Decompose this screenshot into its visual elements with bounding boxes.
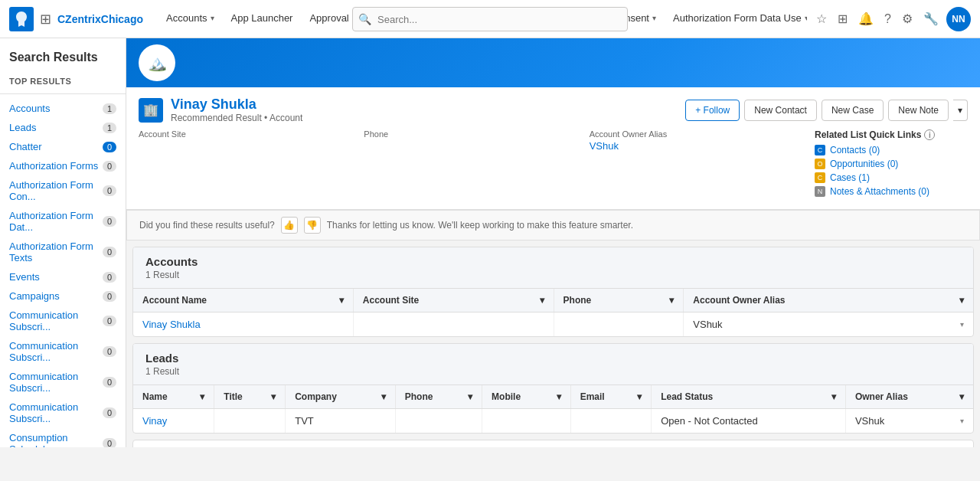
star-icon[interactable]: ☆ [813,8,830,29]
lead-company-column[interactable]: Company ▾ [286,385,396,409]
related-list-item-notes[interactable]: N Notes & Attachments (0) [815,186,968,197]
cases-icon: C [815,172,825,183]
lead-title-column[interactable]: Title ▾ [214,385,286,409]
account-phone-column[interactable]: Phone ▾ [554,289,684,312]
owner-alias-value[interactable]: VShuk [590,140,796,152]
actions-dropdown-button[interactable]: ▾ [953,100,968,121]
accounts-section-title: Accounts [145,255,961,268]
sidebar-item-leads[interactable]: Leads 1 [0,118,126,137]
lead-name-column[interactable]: Name ▾ [133,385,214,409]
sidebar: Search Results Top Results Accounts 1 Le… [0,38,126,447]
related-list-item-cases[interactable]: C Cases (1) [815,172,968,183]
phone-field: Phone [364,129,570,200]
accounts-section: Accounts 1 Result Account Name ▾ [132,247,974,337]
follow-button[interactable]: + Follow [685,100,740,121]
account-site-label: Account Site [139,129,345,139]
phone-label: Phone [364,129,570,139]
result-name[interactable]: Vinay Shukla [171,97,302,113]
account-phone-cell [554,312,684,337]
sidebar-item-consumption-schedules[interactable]: Consumption Schedules 0 [0,428,126,447]
search-container: 🔍 [352,7,628,31]
result-fields: Account Site Phone Account Owner Alias V… [139,129,968,200]
result-name-area: Vinay Shukla Recommended Result • Accoun… [171,97,302,123]
lead-company-cell: TVT [286,409,396,434]
account-row-action[interactable]: ▾ [960,320,964,329]
account-name-link[interactable]: Vinay Shukla [142,319,201,330]
org-name[interactable]: CZentrixChicago [57,13,143,25]
lead-owner-sort-icon: ▾ [959,391,964,402]
search-input[interactable] [352,7,628,31]
setup-icon[interactable]: 🔧 [920,8,942,29]
new-contact-button[interactable]: New Contact [744,100,817,121]
thumbs-down-button[interactable]: 👎 [304,217,321,234]
account-owner-cell: VShuk ▾ [684,312,973,337]
sidebar-item-accounts[interactable]: Accounts 1 [0,99,126,118]
lead-email-column[interactable]: Email ▾ [570,385,652,409]
sidebar-item-comm-sub-1[interactable]: Communication Subscri... 0 [0,306,126,336]
sidebar-item-comm-sub-4[interactable]: Communication Subscri... 0 [0,398,126,428]
settings-icon[interactable]: ⚙ [899,8,916,29]
grid-icon[interactable]: ⊞ [40,11,51,28]
dont-see-card: 🧑‍🦱 Don't see your result? [132,440,974,447]
account-site-cell [353,312,554,337]
account-site-sort-icon: ▾ [540,295,544,306]
nav-accounts[interactable]: Accounts ▾ [158,2,221,36]
nav-app-launcher[interactable]: App Launcher [224,2,301,36]
grid2-icon[interactable]: ⊞ [835,8,851,29]
leads-section: Leads 1 Result Name ▾ Titl [132,343,974,434]
sidebar-item-auth-form-con[interactable]: Authorization Form Con... 0 [0,175,126,206]
result-subtitle: Recommended Result • Account [171,113,302,123]
search-icon: 🔍 [358,13,371,25]
thumbs-up-button[interactable]: 👍 [281,217,298,234]
leads-table: Name ▾ Title ▾ Company [133,385,973,433]
leads-section-count: 1 Result [145,366,961,377]
lead-company-sort-icon: ▾ [381,391,386,402]
owner-alias-label: Account Owner Alias [590,129,796,139]
main-layout: Search Results Top Results Accounts 1 Le… [0,38,980,447]
lead-email-cell [570,409,652,434]
account-name-column[interactable]: Account Name ▾ [133,289,353,312]
result-card-header: 🏢 Vinay Shukla Recommended Result • Acco… [139,97,968,123]
lead-owner-cell: VShuk ▾ [845,409,973,434]
lead-phone-cell [395,409,482,434]
lead-owner-column[interactable]: Owner Alias ▾ [845,385,973,409]
lead-email-sort-icon: ▾ [637,391,642,402]
related-list-item-contacts[interactable]: C Contacts (0) [815,145,968,155]
sidebar-item-comm-sub-3[interactable]: Communication Subscri... 0 [0,367,126,398]
account-phone-sort-icon: ▾ [669,295,674,306]
lead-name-link[interactable]: Vinay [142,415,167,427]
sidebar-item-campaigns[interactable]: Campaigns 0 [0,286,126,306]
account-owner-column[interactable]: Account Owner Alias ▾ [684,289,973,312]
lead-mobile-cell [482,409,571,434]
lead-row-action[interactable]: ▾ [960,417,964,425]
account-name-cell: Vinay Shukla [133,312,353,337]
nav-auth-form-data-use[interactable]: Authorization Form Data Use ▾ [665,2,807,36]
sidebar-item-events[interactable]: Events 0 [0,267,126,286]
related-list-item-opportunities[interactable]: O Opportunities (0) [815,159,968,169]
related-list-quick-links: Related List Quick Links i C Contacts (0… [815,129,968,200]
new-case-button[interactable]: New Case [822,100,884,121]
leads-section-title: Leads [145,352,961,365]
accounts-table: Account Name ▾ Account Site ▾ [133,289,973,336]
app-logo [9,7,34,31]
table-row: Vinay TVT Open - Not Contacted VShuk ▾ [133,409,973,434]
lead-status-column[interactable]: Lead Status ▾ [652,385,846,409]
sidebar-section-title: Top Results [0,74,126,89]
related-list-info-icon[interactable]: i [924,129,935,140]
new-note-button[interactable]: New Note [888,100,949,121]
nav-auth-data-chevron: ▾ [805,14,807,22]
account-site-column[interactable]: Account Site ▾ [353,289,554,312]
sidebar-item-auth-form-texts[interactable]: Authorization Form Texts 0 [0,237,126,267]
leads-section-header: Leads 1 Result [133,344,973,385]
help-icon[interactable]: ? [881,9,894,29]
bell-icon[interactable]: 🔔 [855,8,877,29]
lead-phone-column[interactable]: Phone ▾ [395,385,482,409]
account-name-sort-icon: ▾ [339,295,344,306]
sidebar-item-auth-forms[interactable]: Authorization Forms 0 [0,156,126,175]
user-avatar[interactable]: NN [946,7,971,31]
sidebar-item-comm-sub-2[interactable]: Communication Subscri... 0 [0,336,126,367]
top-banner: 🏔️ [126,38,980,87]
sidebar-item-auth-form-dat[interactable]: Authorization Form Dat... 0 [0,206,126,237]
sidebar-item-chatter[interactable]: Chatter 0 [0,137,126,156]
lead-mobile-column[interactable]: Mobile ▾ [482,385,571,409]
